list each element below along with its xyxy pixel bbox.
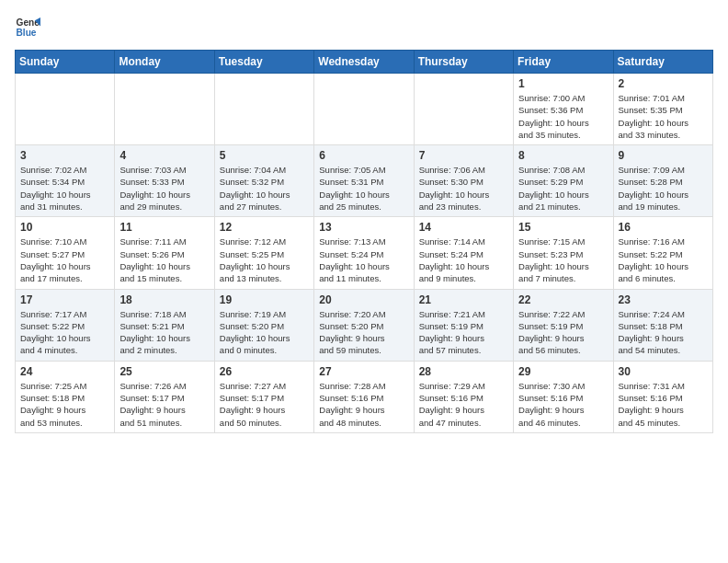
day-info: Sunrise: 7:08 AM Sunset: 5:29 PM Dayligh… bbox=[518, 164, 608, 213]
weekday-header: Wednesday bbox=[314, 51, 414, 74]
day-info: Sunrise: 7:20 AM Sunset: 5:20 PM Dayligh… bbox=[319, 308, 408, 357]
day-info: Sunrise: 7:21 AM Sunset: 5:19 PM Dayligh… bbox=[419, 308, 508, 357]
calendar-week-row: 10Sunrise: 7:10 AM Sunset: 5:27 PM Dayli… bbox=[16, 217, 713, 289]
day-info: Sunrise: 7:19 AM Sunset: 5:20 PM Dayligh… bbox=[220, 308, 309, 357]
day-number: 11 bbox=[119, 221, 209, 234]
day-number: 18 bbox=[119, 293, 209, 306]
svg-text:Blue: Blue bbox=[17, 28, 37, 38]
day-info: Sunrise: 7:25 AM Sunset: 5:18 PM Dayligh… bbox=[20, 380, 109, 429]
day-number: 14 bbox=[419, 221, 508, 234]
day-number: 12 bbox=[220, 221, 309, 234]
day-info: Sunrise: 7:14 AM Sunset: 5:24 PM Dayligh… bbox=[419, 236, 508, 284]
day-number: 29 bbox=[518, 365, 608, 378]
calendar-cell: 8Sunrise: 7:08 AM Sunset: 5:29 PM Daylig… bbox=[514, 145, 613, 217]
calendar-cell: 30Sunrise: 7:31 AM Sunset: 5:16 PM Dayli… bbox=[613, 361, 712, 432]
calendar-cell: 9Sunrise: 7:09 AM Sunset: 5:28 PM Daylig… bbox=[613, 145, 712, 217]
day-info: Sunrise: 7:22 AM Sunset: 5:19 PM Dayligh… bbox=[518, 308, 608, 357]
day-info: Sunrise: 7:18 AM Sunset: 5:21 PM Dayligh… bbox=[119, 308, 209, 357]
logo-icon: General Blue bbox=[15, 15, 40, 40]
day-number: 24 bbox=[20, 365, 109, 378]
calendar-cell: 23Sunrise: 7:24 AM Sunset: 5:18 PM Dayli… bbox=[613, 289, 712, 361]
day-number: 19 bbox=[220, 293, 309, 306]
weekday-header: Sunday bbox=[16, 51, 115, 74]
calendar-cell: 16Sunrise: 7:16 AM Sunset: 5:22 PM Dayli… bbox=[613, 217, 712, 289]
calendar-cell: 18Sunrise: 7:18 AM Sunset: 5:21 PM Dayli… bbox=[115, 289, 214, 361]
day-number: 10 bbox=[20, 221, 109, 234]
calendar-cell: 1Sunrise: 7:00 AM Sunset: 5:36 PM Daylig… bbox=[514, 74, 613, 145]
weekday-header: Thursday bbox=[414, 51, 513, 74]
calendar-cell: 6Sunrise: 7:05 AM Sunset: 5:31 PM Daylig… bbox=[314, 145, 414, 217]
day-info: Sunrise: 7:31 AM Sunset: 5:16 PM Dayligh… bbox=[619, 380, 708, 429]
calendar-cell: 11Sunrise: 7:11 AM Sunset: 5:26 PM Dayli… bbox=[115, 217, 214, 289]
calendar-cell bbox=[414, 74, 513, 145]
day-number: 28 bbox=[419, 365, 508, 378]
day-info: Sunrise: 7:03 AM Sunset: 5:33 PM Dayligh… bbox=[119, 164, 209, 213]
day-number: 17 bbox=[20, 293, 109, 306]
day-info: Sunrise: 7:09 AM Sunset: 5:28 PM Dayligh… bbox=[619, 164, 708, 213]
day-number: 6 bbox=[319, 149, 408, 162]
day-number: 26 bbox=[220, 365, 309, 378]
day-info: Sunrise: 7:05 AM Sunset: 5:31 PM Dayligh… bbox=[319, 164, 408, 213]
day-info: Sunrise: 7:17 AM Sunset: 5:22 PM Dayligh… bbox=[20, 308, 109, 357]
calendar-cell: 24Sunrise: 7:25 AM Sunset: 5:18 PM Dayli… bbox=[16, 361, 115, 432]
calendar-cell: 20Sunrise: 7:20 AM Sunset: 5:20 PM Dayli… bbox=[314, 289, 414, 361]
day-info: Sunrise: 7:29 AM Sunset: 5:16 PM Dayligh… bbox=[419, 380, 508, 429]
calendar-cell: 29Sunrise: 7:30 AM Sunset: 5:16 PM Dayli… bbox=[514, 361, 613, 432]
day-number: 23 bbox=[619, 293, 708, 306]
day-number: 30 bbox=[619, 365, 708, 378]
day-info: Sunrise: 7:27 AM Sunset: 5:17 PM Dayligh… bbox=[220, 380, 309, 429]
logo: General Blue bbox=[15, 15, 40, 40]
calendar-cell: 17Sunrise: 7:17 AM Sunset: 5:22 PM Dayli… bbox=[16, 289, 115, 361]
day-info: Sunrise: 7:30 AM Sunset: 5:16 PM Dayligh… bbox=[518, 380, 608, 429]
day-info: Sunrise: 7:15 AM Sunset: 5:23 PM Dayligh… bbox=[518, 236, 608, 284]
day-info: Sunrise: 7:10 AM Sunset: 5:27 PM Dayligh… bbox=[20, 236, 109, 284]
calendar-cell bbox=[115, 74, 214, 145]
day-number: 2 bbox=[619, 77, 708, 90]
day-info: Sunrise: 7:16 AM Sunset: 5:22 PM Dayligh… bbox=[619, 236, 708, 284]
weekday-header: Friday bbox=[514, 51, 613, 74]
day-info: Sunrise: 7:24 AM Sunset: 5:18 PM Dayligh… bbox=[619, 308, 708, 357]
day-number: 20 bbox=[319, 293, 408, 306]
calendar-week-row: 3Sunrise: 7:02 AM Sunset: 5:34 PM Daylig… bbox=[16, 145, 713, 217]
calendar-cell: 3Sunrise: 7:02 AM Sunset: 5:34 PM Daylig… bbox=[16, 145, 115, 217]
day-info: Sunrise: 7:12 AM Sunset: 5:25 PM Dayligh… bbox=[220, 236, 309, 284]
day-number: 21 bbox=[419, 293, 508, 306]
day-number: 22 bbox=[518, 293, 608, 306]
calendar-cell: 19Sunrise: 7:19 AM Sunset: 5:20 PM Dayli… bbox=[214, 289, 313, 361]
calendar-cell bbox=[16, 74, 115, 145]
calendar-week-row: 1Sunrise: 7:00 AM Sunset: 5:36 PM Daylig… bbox=[16, 74, 713, 145]
day-number: 1 bbox=[518, 77, 608, 90]
calendar-cell: 2Sunrise: 7:01 AM Sunset: 5:35 PM Daylig… bbox=[613, 74, 712, 145]
day-number: 5 bbox=[220, 149, 309, 162]
weekday-header: Saturday bbox=[613, 51, 712, 74]
calendar-cell bbox=[214, 74, 313, 145]
day-info: Sunrise: 7:02 AM Sunset: 5:34 PM Dayligh… bbox=[20, 164, 109, 213]
calendar-cell: 25Sunrise: 7:26 AM Sunset: 5:17 PM Dayli… bbox=[115, 361, 214, 432]
day-number: 27 bbox=[319, 365, 408, 378]
day-number: 3 bbox=[20, 149, 109, 162]
calendar-table: SundayMondayTuesdayWednesdayThursdayFrid… bbox=[15, 50, 713, 433]
calendar-cell: 13Sunrise: 7:13 AM Sunset: 5:24 PM Dayli… bbox=[314, 217, 414, 289]
day-info: Sunrise: 7:01 AM Sunset: 5:35 PM Dayligh… bbox=[619, 92, 708, 141]
calendar-cell: 22Sunrise: 7:22 AM Sunset: 5:19 PM Dayli… bbox=[514, 289, 613, 361]
day-info: Sunrise: 7:00 AM Sunset: 5:36 PM Dayligh… bbox=[518, 92, 608, 141]
day-info: Sunrise: 7:26 AM Sunset: 5:17 PM Dayligh… bbox=[119, 380, 209, 429]
calendar-week-row: 24Sunrise: 7:25 AM Sunset: 5:18 PM Dayli… bbox=[16, 361, 713, 432]
day-number: 15 bbox=[518, 221, 608, 234]
calendar-cell: 12Sunrise: 7:12 AM Sunset: 5:25 PM Dayli… bbox=[214, 217, 313, 289]
page-header: General Blue bbox=[15, 15, 713, 40]
calendar-cell: 21Sunrise: 7:21 AM Sunset: 5:19 PM Dayli… bbox=[414, 289, 513, 361]
weekday-header: Monday bbox=[115, 51, 214, 74]
calendar-cell: 27Sunrise: 7:28 AM Sunset: 5:16 PM Dayli… bbox=[314, 361, 414, 432]
day-number: 8 bbox=[518, 149, 608, 162]
day-info: Sunrise: 7:13 AM Sunset: 5:24 PM Dayligh… bbox=[319, 236, 408, 284]
calendar-cell: 15Sunrise: 7:15 AM Sunset: 5:23 PM Dayli… bbox=[514, 217, 613, 289]
calendar-week-row: 17Sunrise: 7:17 AM Sunset: 5:22 PM Dayli… bbox=[16, 289, 713, 361]
calendar-cell: 5Sunrise: 7:04 AM Sunset: 5:32 PM Daylig… bbox=[214, 145, 313, 217]
weekday-header: Tuesday bbox=[214, 51, 313, 74]
calendar-cell: 10Sunrise: 7:10 AM Sunset: 5:27 PM Dayli… bbox=[16, 217, 115, 289]
day-number: 7 bbox=[419, 149, 508, 162]
day-info: Sunrise: 7:06 AM Sunset: 5:30 PM Dayligh… bbox=[419, 164, 508, 213]
day-number: 16 bbox=[619, 221, 708, 234]
day-number: 13 bbox=[319, 221, 408, 234]
